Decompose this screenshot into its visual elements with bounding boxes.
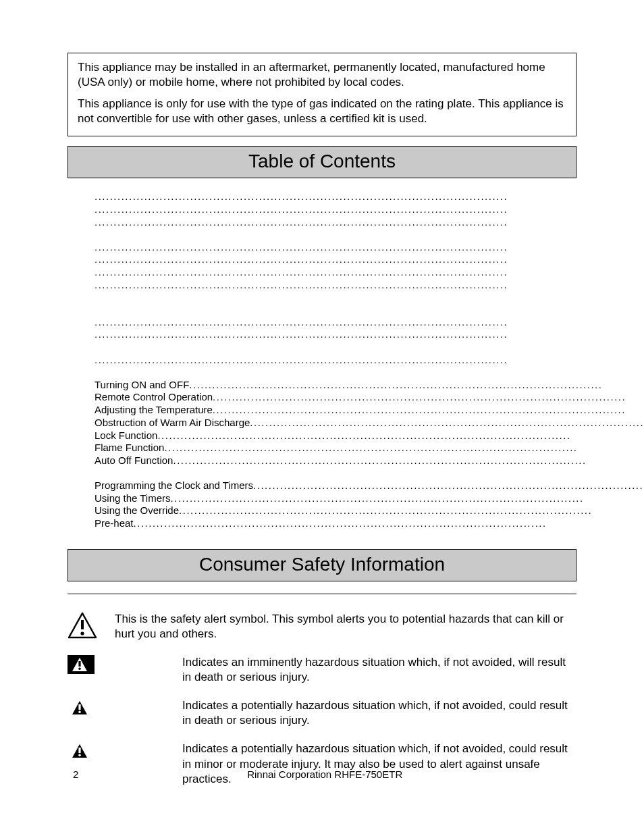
toc-row: Pre-heat10 <box>95 517 644 530</box>
toc-dots <box>95 354 644 367</box>
danger-text: Indicates an imminently hazardous situat… <box>182 655 576 685</box>
safety-heading: Consumer Safety Information <box>68 549 576 581</box>
toc-dots <box>95 216 644 229</box>
toc-row: Obstruction of Warm Air Discharge9 <box>95 417 644 429</box>
toc-dots <box>164 442 644 454</box>
toc-row: 4 <box>95 241 644 254</box>
toc-dots <box>213 404 644 417</box>
toc-spacer <box>95 467 644 479</box>
table-of-contents: 23345556778Turning ON and OFF8Remote Con… <box>95 190 549 530</box>
toc-row: Flame Function9 <box>95 442 644 454</box>
safety-row-warning: Indicates a potentially hazardous situat… <box>68 698 576 728</box>
toc-title: Remote Control Operation <box>95 391 213 404</box>
warning-label <box>68 698 182 717</box>
toc-row: Adjusting the Temperature9 <box>95 404 644 417</box>
svg-point-8 <box>78 711 81 714</box>
toc-spacer <box>95 367 644 379</box>
toc-dots <box>189 379 644 392</box>
svg-point-11 <box>78 754 81 757</box>
footer-title: Rinnai Corporation RHFE-750ETR <box>78 768 571 780</box>
page-footer: 2 Rinnai Corporation RHFE-750ETR <box>73 768 571 780</box>
divider <box>68 594 576 594</box>
toc-row: Auto Off Function9 <box>95 454 644 467</box>
toc-row: 3 <box>95 216 644 229</box>
safety-alert-icon <box>68 612 115 639</box>
toc-row: Using the Override10 <box>95 504 644 517</box>
warning-text: Indicates a potentially hazardous situat… <box>182 698 576 728</box>
toc-dots <box>95 316 644 329</box>
toc-spacer <box>95 229 644 241</box>
toc-spacer <box>95 292 644 304</box>
toc-title: Obstruction of Warm Air Discharge <box>95 417 250 429</box>
toc-dots <box>95 253 644 266</box>
toc-row: 7 <box>95 328 644 341</box>
triangle-solid-white-icon <box>72 657 88 672</box>
toc-dots <box>95 266 644 279</box>
toc-row: Turning ON and OFF8 <box>95 379 644 392</box>
danger-label <box>68 655 182 674</box>
triangle-solid-black-icon <box>72 744 88 758</box>
toc-dots <box>179 504 644 517</box>
triangle-solid-black-icon <box>72 700 88 715</box>
toc-row: Remote Control Operation8 <box>95 391 644 404</box>
toc-row: 5 <box>95 266 644 279</box>
toc-row: 8 <box>95 354 644 367</box>
caution-label <box>68 741 182 760</box>
svg-rect-7 <box>78 704 80 710</box>
toc-dots <box>157 429 644 442</box>
toc-row: 3 <box>95 203 644 216</box>
svg-point-2 <box>80 631 84 635</box>
toc-title: Adjusting the Temperature <box>95 404 213 417</box>
toc-row: Using the Timers10 <box>95 492 644 505</box>
triangle-outline-icon <box>68 612 97 639</box>
toc-spacer <box>95 304 644 316</box>
svg-point-5 <box>78 667 81 670</box>
toc-dots <box>95 190 644 203</box>
toc-row: 6 <box>95 316 644 329</box>
toc-title: Flame Function <box>95 442 164 454</box>
safety-row-danger: Indicates an imminently hazardous situat… <box>68 655 576 685</box>
toc-heading: Table of Contents <box>68 146 576 178</box>
toc-title: Pre-heat <box>95 517 134 530</box>
svg-rect-10 <box>78 748 80 753</box>
toc-dots <box>95 328 644 341</box>
toc-dots <box>134 517 644 530</box>
safety-row-alert: This is the safety alert symbol. This sy… <box>68 612 576 642</box>
notice-paragraph-1: This appliance may be installed in an af… <box>78 60 566 90</box>
svg-rect-1 <box>81 620 84 629</box>
page-number: 2 <box>73 768 78 780</box>
toc-row: 2 <box>95 190 644 203</box>
notice-box: This appliance may be installed in an af… <box>68 53 576 136</box>
safety-alert-text: This is the safety alert symbol. This sy… <box>115 612 576 642</box>
toc-dots <box>250 417 644 429</box>
toc-title: Programming the Clock and Timers <box>95 479 253 492</box>
toc-title: Turning ON and OFF <box>95 379 189 392</box>
toc-title: Lock Function <box>95 429 157 442</box>
toc-row: Lock Function9 <box>95 429 644 442</box>
svg-rect-4 <box>78 661 80 667</box>
toc-row: 5 <box>95 253 644 266</box>
toc-dots <box>95 241 644 254</box>
toc-title: Using the Override <box>95 504 179 517</box>
toc-dots <box>173 454 644 467</box>
toc-row: 7 <box>95 341 644 354</box>
toc-dots <box>171 492 644 505</box>
toc-row: 5 <box>95 279 644 292</box>
toc-dots <box>95 203 644 216</box>
toc-dots <box>253 479 644 492</box>
toc-dots <box>213 391 644 404</box>
toc-left-column: 23345556778Turning ON and OFF8Remote Con… <box>95 190 644 530</box>
toc-title: Using the Timers <box>95 492 171 505</box>
notice-paragraph-2: This appliance is only for use with the … <box>78 97 566 126</box>
toc-title: Auto Off Function <box>95 454 173 467</box>
toc-row: Programming the Clock and Timers10 <box>95 479 644 492</box>
toc-dots <box>95 279 644 292</box>
